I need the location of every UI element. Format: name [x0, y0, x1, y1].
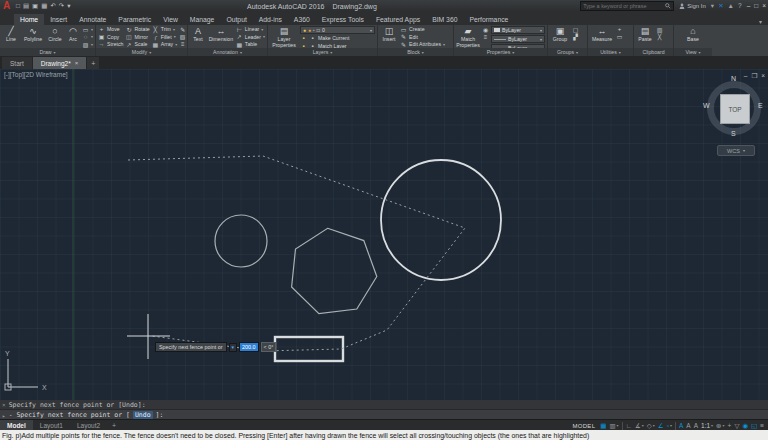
circle-button[interactable]: ○Circle [46, 26, 64, 43]
sign-in-button[interactable]: Sign In [679, 3, 706, 9]
layer-dropdown[interactable]: ● ● ▪ □ 0 ▾ [300, 26, 375, 34]
ribbon-tab-express-tools[interactable]: Express Tools [316, 14, 370, 25]
edit-attributes-button[interactable]: ✎Edit Attributes▾ [400, 41, 445, 48]
undo-icon[interactable]: ↶ [50, 0, 55, 12]
panel-label-clipboard[interactable]: Clipboard [634, 48, 673, 56]
leader-button[interactable]: ↗Leader▾ [236, 34, 265, 41]
panel-label-annotation[interactable]: Annotation▾ [188, 48, 267, 56]
panel-label-modify[interactable]: Modify▾ [96, 48, 187, 56]
panel-label-block[interactable]: Block▾ [378, 48, 453, 56]
file-tab-start[interactable]: Start [2, 57, 32, 69]
new-file-icon[interactable]: □ [16, 0, 20, 12]
fence-selection-line[interactable] [128, 156, 465, 351]
match-properties-button[interactable]: ▰Match Properties [456, 26, 480, 48]
close-button[interactable]: × [762, 0, 766, 12]
move-button[interactable]: +Move [98, 26, 123, 33]
command-close-icon[interactable]: × [2, 401, 6, 408]
ribbon-tab-parametric[interactable]: Parametric [112, 14, 157, 25]
autodesk-account-icon[interactable]: ▲ [728, 0, 734, 12]
viewcube-north[interactable]: N [731, 75, 736, 82]
panel-label-properties[interactable]: Properties▾ [454, 48, 547, 56]
group-button[interactable]: ▣Group [550, 26, 570, 43]
command-customize-icon[interactable]: ▸ [2, 412, 6, 419]
exchange-apps-icon[interactable]: ✕ [718, 0, 723, 12]
line-button[interactable]: ╱Line [2, 26, 20, 43]
minimize-button[interactable]: – [747, 0, 751, 12]
modify-more-button[interactable]: ≡ [179, 41, 186, 48]
cut-clip-button[interactable]: ╳ [656, 34, 663, 41]
viewcube-east[interactable]: E [758, 102, 763, 109]
edit-block-button[interactable]: ✎Edit [400, 34, 445, 41]
dynamic-input-options-icon[interactable]: ▼ [229, 343, 237, 352]
plot-icon[interactable]: ▦ [41, 0, 47, 12]
titlebar-menu-caret-icon[interactable]: ▾ [711, 0, 714, 12]
linear-button[interactable]: ⊢Linear▾ [236, 26, 265, 33]
ribbon-tab-a360[interactable]: A360 [288, 14, 316, 25]
viewcube-top-face[interactable]: TOP [720, 94, 750, 124]
text-button[interactable]: AText [190, 26, 206, 43]
explode-button[interactable]: ▧ [179, 34, 186, 41]
save-icon[interactable]: ▣ [32, 0, 38, 12]
ungroup-button[interactable]: ▢ [572, 26, 579, 33]
panel-label-layers[interactable]: Layers▾ [268, 48, 377, 56]
ribbon-tab-annotate[interactable]: Annotate [73, 14, 112, 25]
make-current-button[interactable]: ▪▪Make Current [300, 35, 375, 42]
panel-label-view[interactable]: View▾ [674, 48, 712, 56]
ribbon-tab-home[interactable]: Home [14, 14, 44, 25]
new-drawing-tab-button[interactable]: + [87, 57, 99, 69]
ribbon-tab-featured-apps[interactable]: Featured Apps [370, 14, 426, 25]
group-edit-button[interactable]: ▞ [572, 34, 579, 41]
panel-label-groups[interactable]: Groups▾ [548, 48, 587, 56]
layer-properties-button[interactable]: ▤Layer Properties [270, 26, 298, 48]
ribbon-display-icon[interactable]: ▾ [759, 18, 762, 25]
quick-calc-button[interactable]: ▭ [616, 34, 623, 41]
open-file-icon[interactable]: ▤ [23, 0, 29, 12]
ribbon-tab-output[interactable]: Output [220, 14, 252, 25]
ribbon-tab-addins[interactable]: Add-ins [253, 14, 288, 25]
small-circle-shape[interactable] [215, 215, 267, 267]
rotate-button[interactable]: ↻Rotate [125, 26, 149, 33]
redo-icon[interactable]: ↷ [59, 0, 64, 12]
dynamic-input-angle-field[interactable]: < 0° [261, 342, 277, 352]
viewport-controls-label[interactable]: [-][Top][2D Wireframe] [4, 71, 68, 78]
create-block-button[interactable]: ▭Create [400, 26, 445, 33]
ribbon-tab-insert[interactable]: Insert [44, 14, 73, 25]
ellipse-button[interactable]: ◌▾ [82, 34, 93, 41]
ribbon-tab-bim360[interactable]: BIM 360 [426, 14, 463, 25]
paste-button[interactable]: ▤Paste [636, 26, 654, 43]
color-wheel-button[interactable]: ◉ [482, 26, 489, 33]
search-input[interactable] [583, 3, 663, 9]
scale-button[interactable]: ↗Scale [125, 41, 149, 48]
stretch-button[interactable]: →Stretch [98, 41, 123, 48]
trim-button[interactable]: ╳Trim▾ [152, 26, 177, 33]
base-button[interactable]: ⌂Base [684, 26, 702, 43]
copy-clip-button[interactable]: ▥ [656, 26, 663, 33]
erase-button[interactable]: ✎ [179, 26, 186, 33]
table-button[interactable]: ▦Table [236, 41, 265, 48]
viewcube-west[interactable]: W [703, 102, 710, 109]
large-circle-shape[interactable] [381, 160, 501, 280]
help-icon[interactable]: ? [738, 0, 742, 12]
ribbon-tab-view[interactable]: View [157, 14, 184, 25]
file-tab-drawing2[interactable]: Drawing2*× [33, 57, 87, 69]
ribbon-tab-performance[interactable]: Performance [463, 14, 514, 25]
arc-button[interactable]: ◠Arc [66, 26, 80, 43]
restore-button[interactable]: □ [754, 0, 758, 12]
panel-label-utilities[interactable]: Utilities▾ [588, 48, 633, 56]
ribbon-tab-manage[interactable]: Manage [184, 14, 221, 25]
dimension-button[interactable]: ↔Dimension [208, 26, 234, 43]
drawing-canvas[interactable]: YX [-][Top][2D Wireframe] –❒× N E S W TO… [0, 69, 768, 400]
command-undo-option[interactable]: Undo [133, 411, 153, 419]
list-button[interactable]: ≡ [482, 34, 489, 41]
rectangle-button[interactable]: ▭▾ [82, 26, 93, 33]
polyline-button[interactable]: ∿Polyline [22, 26, 44, 43]
lineweight-dropdown[interactable]: ByLayer▾ [491, 35, 545, 43]
quick-select-button[interactable]: + [616, 26, 623, 33]
tab-close-icon[interactable]: × [75, 60, 79, 66]
autocad-logo-icon[interactable]: A [0, 0, 13, 12]
heptagon-shape[interactable] [292, 228, 377, 313]
viewcube[interactable]: N E S W TOP WCS▾ [705, 77, 765, 161]
fillet-button[interactable]: ╭Fillet▾ [152, 34, 177, 41]
object-color-dropdown[interactable]: ByLayer▾ [491, 26, 545, 34]
model-space-indicator[interactable]: MODEL [572, 423, 595, 429]
